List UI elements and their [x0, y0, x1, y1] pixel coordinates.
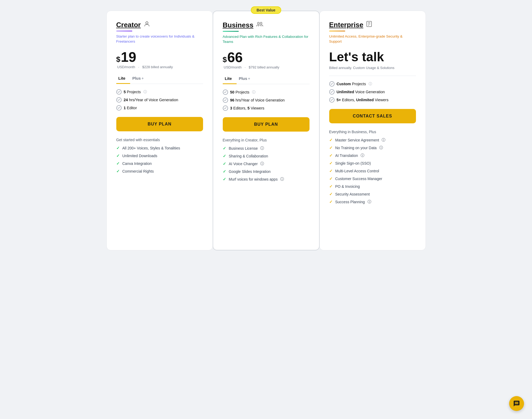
info-icon[interactable]: ⓘ	[252, 90, 255, 95]
enterprise-feature-editors: 5+ Editors, Unlimited Viewers	[329, 97, 416, 103]
business-price: 66	[227, 50, 243, 64]
creator-feature-voice: 24 hrs/Year of Voice Generation	[116, 97, 203, 103]
business-extras-title: Everything in Creator, Plus	[223, 138, 310, 142]
business-feature-projects: 50 Projects ⓘ	[223, 90, 310, 95]
list-item: ✓ Commercial Rights	[116, 169, 203, 174]
check-circle-icon	[223, 90, 228, 95]
info-icon[interactable]: ⓘ	[260, 161, 264, 166]
enterprise-card: Enterprise Unlimited Access, Enterprise-…	[319, 11, 426, 250]
business-price-meta: USD/month · $792 billed annually	[223, 65, 310, 69]
enterprise-extras-title: Everything in Business, Plus	[329, 130, 416, 134]
check-circle-icon	[329, 89, 335, 95]
info-icon[interactable]: ⓘ	[368, 200, 371, 204]
creator-tab-lite[interactable]: Lite	[116, 74, 130, 84]
check-icon: ✓	[223, 146, 226, 151]
creator-buy-button[interactable]: BUY PLAN	[116, 117, 203, 131]
check-icon: ✓	[329, 145, 333, 150]
pricing-container: Creator Starter plan to create voiceover…	[106, 11, 426, 250]
info-icon[interactable]: ⓘ	[382, 138, 385, 143]
business-buy-button[interactable]: BUY PLAN	[223, 117, 310, 132]
creator-plan-name: Creator	[116, 21, 141, 29]
business-tabs: Lite Plus+	[223, 74, 310, 84]
business-underline	[223, 31, 239, 32]
creator-extras-list: ✓ All 200+ Voices, Styles & Tonalities ✓…	[116, 146, 203, 174]
creator-feature-projects: 5 Projects ⓘ	[116, 89, 203, 95]
info-icon[interactable]: ⓘ	[369, 82, 372, 86]
list-item: ✓ Single Sign-on (SSO)	[329, 161, 416, 166]
svg-point-0	[146, 22, 148, 24]
creator-price-meta: USD/month · $228 billed annually	[116, 65, 203, 69]
business-tab-plus[interactable]: Plus+	[237, 74, 255, 84]
enterprise-lets-talk: Let's talk	[329, 50, 416, 64]
check-icon: ✓	[329, 176, 333, 181]
list-item: ✓ Success Planning ⓘ	[329, 200, 416, 204]
creator-underline	[116, 31, 132, 31]
info-icon[interactable]: ⓘ	[143, 90, 147, 94]
list-item: ✓ Canva Integration	[116, 161, 203, 166]
check-icon: ✓	[329, 200, 333, 204]
list-item: ✓ Business License ⓘ	[223, 146, 310, 151]
check-icon: ✓	[223, 161, 226, 166]
list-item: ✓ Murf voices for windows apps ⓘ	[223, 177, 310, 182]
business-tab-lite[interactable]: Lite	[223, 74, 237, 84]
list-item: ✓ All 200+ Voices, Styles & Tonalities	[116, 146, 203, 150]
contact-sales-button[interactable]: CONTACT SALES	[329, 109, 416, 123]
check-icon: ✓	[329, 161, 333, 166]
check-circle-icon	[223, 105, 228, 111]
creator-subtitle: Starter plan to create voiceovers for In…	[116, 34, 203, 44]
divider	[329, 76, 416, 76]
creator-price-row: $ 19	[116, 50, 203, 64]
enterprise-features-list: Custom Projects ⓘ Unlimited Voice Genera…	[329, 81, 416, 103]
check-circle-icon	[116, 97, 122, 103]
svg-point-2	[260, 22, 262, 24]
enterprise-extras-list: ✓ Master Service Agreement ⓘ ✓ No Traini…	[329, 138, 416, 204]
enterprise-header: Enterprise	[329, 21, 416, 29]
business-subtitle: Advanced Plan with Rich Features & Colla…	[223, 34, 310, 44]
list-item: ✓ Google Slides Integration	[223, 169, 310, 174]
enterprise-subtitle: Unlimited Access, Enterprise-grade Secur…	[329, 34, 416, 44]
list-item: ✓ No Training on your Data ⓘ	[329, 145, 416, 150]
enterprise-plan-name: Enterprise	[329, 21, 364, 29]
enterprise-billed-note: Billed annually. Custom Usage & Solution…	[329, 66, 416, 70]
business-header: Business	[223, 21, 310, 29]
creator-card: Creator Starter plan to create voiceover…	[106, 11, 213, 250]
business-dollar: $	[223, 55, 227, 64]
business-card: Best Value Business Advanced Plan with R…	[213, 11, 320, 250]
check-icon: ✓	[116, 153, 120, 158]
check-icon: ✓	[329, 169, 333, 173]
check-circle-icon	[116, 105, 122, 111]
info-icon[interactable]: ⓘ	[379, 145, 383, 150]
business-price-row: $ 66	[223, 50, 310, 64]
check-icon: ✓	[329, 138, 333, 143]
check-icon: ✓	[329, 192, 333, 197]
creator-extras-title: Get started with essentials	[116, 138, 203, 142]
check-icon: ✓	[223, 177, 226, 182]
check-icon: ✓	[223, 154, 226, 158]
chat-bubble-button[interactable]	[509, 396, 524, 411]
check-icon: ✓	[223, 169, 226, 174]
business-feature-voice: 96 hrs/Year of Voice Generation	[223, 97, 310, 103]
enterprise-icon	[366, 21, 372, 29]
list-item: ✓ AI Voice Changer ⓘ	[223, 161, 310, 166]
enterprise-feature-voice: Unlimited Voice Generation	[329, 89, 416, 95]
creator-tab-plus[interactable]: Plus+	[130, 74, 149, 84]
creator-tabs: Lite Plus+	[116, 74, 203, 84]
business-feature-editors: 3 Editors, 5 Viewers	[223, 105, 310, 111]
list-item: ✓ Multi-Level Access Control	[329, 169, 416, 173]
list-item: ✓ Security Assessment	[329, 192, 416, 197]
list-item: ✓ PO & Invoicing	[329, 184, 416, 189]
info-icon[interactable]: ⓘ	[280, 177, 284, 182]
info-icon[interactable]: ⓘ	[260, 146, 264, 151]
creator-feature-editor: 1 Editor	[116, 105, 203, 111]
svg-point-1	[258, 22, 259, 24]
best-value-badge: Best Value	[251, 6, 281, 14]
check-circle-icon	[116, 89, 122, 95]
creator-dollar: $	[116, 55, 121, 64]
list-item: ✓ Master Service Agreement ⓘ	[329, 138, 416, 143]
info-icon[interactable]: ⓘ	[361, 153, 364, 158]
check-icon: ✓	[116, 169, 120, 174]
check-icon: ✓	[116, 146, 120, 150]
enterprise-feature-projects: Custom Projects ⓘ	[329, 81, 416, 87]
creator-icon	[143, 21, 150, 29]
check-circle-icon	[329, 97, 335, 103]
